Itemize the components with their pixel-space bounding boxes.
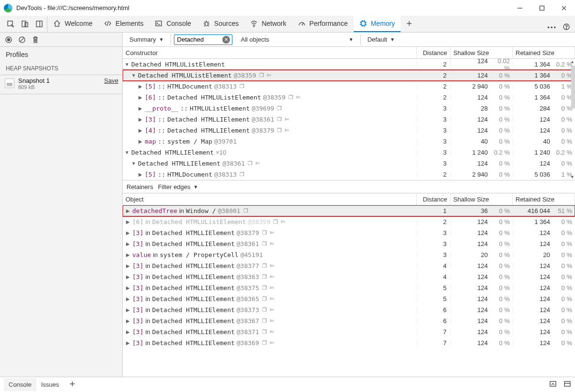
expand-icon[interactable]: ▼ <box>131 73 136 78</box>
open-icon[interactable]: ❐ <box>262 329 267 335</box>
scissors-icon[interactable]: ✄ <box>270 285 274 291</box>
expand-icon[interactable]: ▶ <box>126 318 130 324</box>
scissors-icon[interactable]: ✄ <box>270 263 274 269</box>
expand-icon[interactable]: ▶ <box>126 307 130 313</box>
expand-icon[interactable]: ▼ <box>125 62 129 67</box>
class-filter-input[interactable]: ✕ <box>174 34 232 45</box>
open-icon[interactable]: ❐ <box>240 171 244 178</box>
drawer-expand-icon[interactable] <box>564 380 571 389</box>
drawer-tab-console[interactable]: Console <box>4 378 36 391</box>
open-icon[interactable]: ❐ <box>277 105 282 112</box>
scissors-icon[interactable]: ✄ <box>270 340 274 346</box>
expand-icon[interactable]: ▶ <box>138 139 143 144</box>
table-row[interactable]: ▶[3] in Detached HTMLLIElement @38361❐✄3… <box>123 238 575 249</box>
tab-memory[interactable]: Memory <box>354 16 401 32</box>
scissors-icon[interactable]: ✄ <box>267 72 271 78</box>
scroll-up-icon[interactable]: ▲ <box>570 59 575 64</box>
expand-icon[interactable]: ▶ <box>126 208 130 213</box>
expand-icon[interactable]: ▶ <box>138 117 143 122</box>
col-constructor[interactable]: Constructor <box>123 47 417 58</box>
maximize-button[interactable] <box>531 0 553 16</box>
open-icon[interactable]: ❐ <box>248 160 253 167</box>
table-row[interactable]: ▼Detached HTMLUListElement @38359❐✄21240… <box>123 70 575 81</box>
table-row[interactable]: ▶[3] in Detached HTMLLIElement @38365❐✄5… <box>123 293 575 304</box>
inspect-icon[interactable] <box>7 20 14 28</box>
expand-icon[interactable]: ▶ <box>126 252 130 258</box>
drawer-tab-issues[interactable]: Issues <box>36 378 64 391</box>
delete-icon[interactable] <box>32 36 39 44</box>
tab-console[interactable]: Console <box>149 16 196 32</box>
open-icon[interactable]: ❐ <box>262 296 267 302</box>
scissors-icon[interactable]: ✄ <box>281 219 285 225</box>
close-button[interactable] <box>553 0 575 16</box>
expand-icon[interactable]: ▼ <box>131 161 136 166</box>
table-row[interactable]: ▶[3] in Detached HTMLLIElement @38367❐✄6… <box>123 315 575 326</box>
col-object[interactable]: Object <box>123 193 417 205</box>
snapshot-save-link[interactable]: Save <box>104 77 118 84</box>
tab-welcome[interactable]: Welcome <box>47 16 98 32</box>
scissors-icon[interactable]: ✄ <box>255 160 260 167</box>
table-row[interactable]: ▶[3] in Detached HTMLLIElement @38379❐✄3… <box>123 227 575 238</box>
open-icon[interactable]: ❐ <box>262 340 267 346</box>
summary-dropdown[interactable]: Summary▼ <box>126 34 168 45</box>
open-icon[interactable]: ❐ <box>262 318 267 324</box>
col-distance[interactable]: Distance <box>417 47 450 58</box>
col-distance[interactable]: Distance <box>417 193 450 205</box>
col-shallow[interactable]: Shallow Size <box>450 193 513 205</box>
scissors-icon[interactable]: ✄ <box>270 241 274 247</box>
new-tab-button[interactable] <box>401 16 418 32</box>
table-row[interactable]: ▶[3] in Detached HTMLLIElement @38375❐✄5… <box>123 282 575 293</box>
device-icon[interactable] <box>21 20 29 28</box>
record-icon[interactable] <box>5 36 12 44</box>
drawer-new-tab[interactable] <box>64 377 81 392</box>
open-icon[interactable]: ❐ <box>288 94 293 101</box>
filter-edges-dropdown[interactable]: Filter edges▼ <box>158 181 198 192</box>
scissors-icon[interactable]: ✄ <box>270 230 274 236</box>
open-icon[interactable]: ❐ <box>262 230 267 236</box>
table-row[interactable]: ▶[4] :: Detached HTMLLIElement @38379❐✄3… <box>123 125 575 136</box>
table-row[interactable]: ▼Detached HTMLLIElement ×1031 2400.2 %1 … <box>123 147 575 158</box>
table-row[interactable]: ▶__proto__ :: HTMLUListElement @39699❐32… <box>123 103 575 114</box>
expand-icon[interactable]: ▼ <box>125 150 129 155</box>
table-row[interactable]: ▶[5] :: HTMLDocument @38313❐22 9400 %5 0… <box>123 81 575 92</box>
expand-icon[interactable]: ▶ <box>126 340 130 346</box>
tab-network[interactable]: Network <box>244 16 292 32</box>
expand-icon[interactable]: ▶ <box>138 95 143 100</box>
tab-sources[interactable]: Sources <box>197 16 244 32</box>
expand-icon[interactable]: ▶ <box>126 219 130 224</box>
open-icon[interactable]: ❐ <box>262 241 267 247</box>
scissors-icon[interactable]: ✄ <box>296 94 300 101</box>
open-icon[interactable]: ❐ <box>277 116 282 123</box>
expand-icon[interactable]: ▶ <box>138 172 143 177</box>
table-row[interactable]: ▶map :: system / Map @397013400 %400 % <box>123 136 575 147</box>
open-icon[interactable]: ❐ <box>277 127 282 134</box>
open-icon[interactable]: ❐ <box>262 274 267 280</box>
minimize-button[interactable] <box>509 0 531 16</box>
scissors-icon[interactable]: ✄ <box>270 274 274 280</box>
table-row[interactable]: ▶[3] in Detached HTMLLIElement @38377❐✄4… <box>123 260 575 271</box>
scissors-icon[interactable]: ✄ <box>270 329 274 335</box>
table-row[interactable]: ▼Detached HTMLLIElement @38361❐✄31240 %1… <box>123 158 575 169</box>
table-row[interactable]: ▶value in system / PropertyCell @4519132… <box>123 249 575 260</box>
clear-filter-icon[interactable]: ✕ <box>222 36 230 44</box>
open-icon[interactable]: ❐ <box>262 307 267 313</box>
table-row[interactable]: ▶[6] in Detached HTMLUListElement @38359… <box>123 216 575 227</box>
drawer-issues-icon[interactable] <box>549 380 557 389</box>
expand-icon[interactable]: ▶ <box>138 84 143 89</box>
col-retained[interactable]: Retained Size <box>513 47 575 58</box>
expand-icon[interactable]: ▶ <box>126 329 130 335</box>
table-row[interactable]: ▶[3] in Detached HTMLLIElement @38373❐✄6… <box>123 304 575 315</box>
table-row[interactable]: ▶[3] in Detached HTMLLIElement @38363❐✄4… <box>123 271 575 282</box>
tab-performance[interactable]: Performance <box>292 16 354 32</box>
table-row[interactable]: ▶[3] in Detached HTMLLIElement @38371❐✄7… <box>123 326 575 337</box>
class-filter-text[interactable] <box>177 36 220 43</box>
scissors-icon[interactable]: ✄ <box>270 296 274 302</box>
col-shallow[interactable]: Shallow Size <box>450 47 513 58</box>
table-row[interactable]: ▶[3] in Detached HTMLLIElement @38369❐✄7… <box>123 337 575 348</box>
dock-icon[interactable] <box>35 20 43 28</box>
expand-icon[interactable]: ▶ <box>126 274 130 280</box>
expand-icon[interactable]: ▶ <box>138 106 143 111</box>
expand-icon[interactable]: ▶ <box>126 296 130 302</box>
open-icon[interactable]: ❐ <box>259 72 264 78</box>
open-icon[interactable]: ❐ <box>262 285 267 291</box>
